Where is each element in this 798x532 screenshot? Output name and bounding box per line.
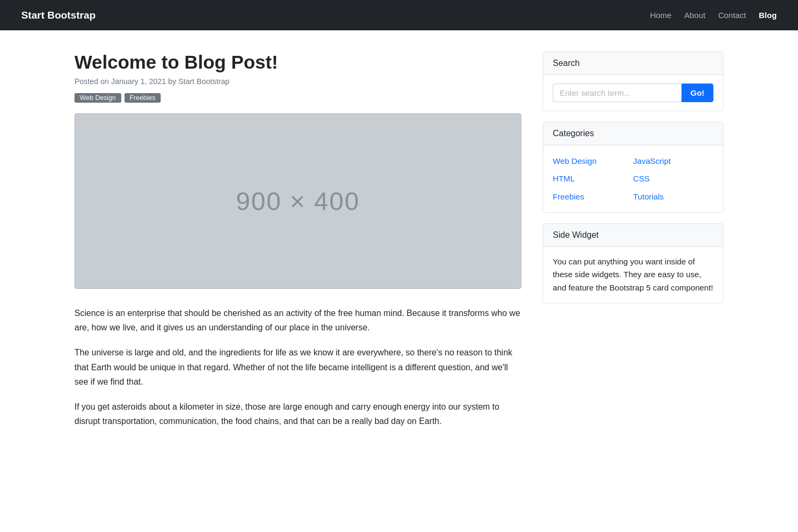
nav-item-contact[interactable]: Contact [718, 11, 746, 20]
main-content: Welcome to Blog Post! Posted on January … [74, 52, 521, 439]
post-meta: Posted on January 1, 2021 by Start Boots… [74, 77, 521, 86]
nav-link-blog[interactable]: Blog [759, 11, 777, 20]
post-tags: Web Design Freebies [74, 93, 521, 103]
navbar-brand[interactable]: Start Bootstrap [21, 10, 96, 21]
categories-widget-header: Categories [543, 122, 723, 145]
categories-widget: Categories Web Design JavaScript HTML CS… [543, 122, 724, 213]
side-widget: Side Widget You can put anything you wan… [543, 223, 724, 303]
category-freebies[interactable]: Freebies [553, 189, 633, 204]
nav-item-about[interactable]: About [684, 11, 705, 20]
search-widget-header: Search [543, 52, 723, 75]
post-title: Welcome to Blog Post! [74, 52, 521, 73]
categories-grid: Web Design JavaScript HTML CSS Freebies … [553, 154, 713, 204]
side-widget-text: You can put anything you want inside of … [553, 255, 713, 294]
navbar: Start Bootstrap Home About Contact Blog [0, 0, 798, 30]
post-image: 900 × 400 [74, 113, 521, 289]
categories-widget-body: Web Design JavaScript HTML CSS Freebies … [543, 145, 723, 212]
post-paragraph-1: Science is an enterprise that should be … [74, 306, 521, 335]
navbar-nav: Home About Contact Blog [650, 11, 777, 20]
nav-item-blog[interactable]: Blog [759, 11, 777, 20]
search-form: Go! [553, 84, 713, 102]
nav-link-contact[interactable]: Contact [718, 11, 746, 20]
page-container: Welcome to Blog Post! Posted on January … [53, 30, 745, 460]
search-input[interactable] [553, 84, 681, 102]
post-body: Science is an enterprise that should be … [74, 306, 521, 428]
search-widget-body: Go! [543, 75, 723, 111]
post-paragraph-3: If you get asteroids about a kilometer i… [74, 400, 521, 428]
category-css[interactable]: CSS [633, 171, 713, 186]
nav-item-home[interactable]: Home [650, 11, 672, 20]
sidebar: Search Go! Categories Web Design JavaScr… [543, 52, 724, 303]
nav-link-home[interactable]: Home [650, 11, 672, 20]
search-widget: Search Go! [543, 52, 724, 111]
category-javascript[interactable]: JavaScript [633, 154, 713, 168]
category-web-design[interactable]: Web Design [553, 154, 633, 168]
post-image-dimensions: 900 × 400 [236, 187, 360, 216]
search-button[interactable]: Go! [681, 84, 713, 102]
category-html[interactable]: HTML [553, 171, 633, 186]
side-widget-body: You can put anything you want inside of … [543, 247, 723, 303]
tag-freebies: Freebies [124, 93, 161, 103]
side-widget-header: Side Widget [543, 224, 723, 247]
post-paragraph-2: The universe is large and old, and the i… [74, 345, 521, 389]
tag-web-design: Web Design [74, 93, 121, 103]
category-tutorials[interactable]: Tutorials [633, 189, 713, 204]
nav-link-about[interactable]: About [684, 11, 705, 20]
